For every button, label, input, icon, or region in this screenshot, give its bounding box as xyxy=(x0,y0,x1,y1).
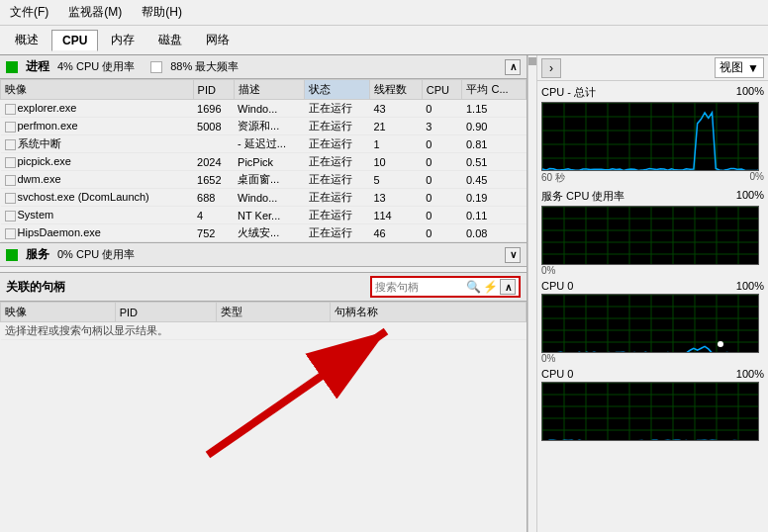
service-indicator xyxy=(6,249,18,261)
cell-threads: 114 xyxy=(369,207,422,224)
cell-threads: 43 xyxy=(369,100,422,118)
tab-bar: 概述 CPU 内存 磁盘 网络 xyxy=(0,26,768,55)
tab-overview[interactable]: 概述 xyxy=(4,28,49,52)
cpu0-label: CPU 0 xyxy=(541,280,573,292)
cell-pid: 2024 xyxy=(193,153,234,171)
table-row[interactable]: picpick.exe 2024 PicPick 正在运行 10 0 0.51 xyxy=(1,153,527,171)
services-title: 服务 xyxy=(26,246,49,263)
cpu0-graph[interactable] xyxy=(541,294,759,353)
cell-image: HipsDaemon.exe xyxy=(1,224,194,242)
services-expand-btn[interactable]: ∨ xyxy=(505,247,521,263)
process-expand-btn[interactable]: ∧ xyxy=(505,59,521,75)
cell-image: svchost.exe (DcomLaunch) xyxy=(1,189,194,207)
cell-pid: 752 xyxy=(193,224,234,242)
tab-disk[interactable]: 磁盘 xyxy=(147,28,193,52)
cpu0b-percent: 100% xyxy=(736,368,764,380)
cell-avg: 1.15 xyxy=(462,100,527,118)
cell-cpu: 0 xyxy=(422,100,462,118)
col-status[interactable]: 状态 xyxy=(305,80,370,100)
cell-status: 正在运行 xyxy=(305,207,370,224)
cell-threads: 5 xyxy=(369,171,422,189)
cell-avg: 0.51 xyxy=(462,153,527,171)
menu-monitor[interactable]: 监视器(M) xyxy=(62,2,128,23)
service-cpu-footer: 0% xyxy=(541,265,764,276)
cell-pid: 688 xyxy=(193,189,234,207)
tab-cpu[interactable]: CPU xyxy=(51,30,98,51)
col-pid[interactable]: PID xyxy=(193,80,234,100)
cell-image: 系统中断 xyxy=(1,135,194,153)
cpu-total-graph[interactable] xyxy=(541,102,759,171)
cell-image: perfmon.exe xyxy=(1,118,194,135)
col-avg[interactable]: 平均 C... xyxy=(462,80,527,100)
cpu0-footer: 0% xyxy=(541,353,764,364)
cell-desc: 桌面窗... xyxy=(234,171,305,189)
cell-desc: 资源和... xyxy=(234,118,305,135)
search-icon[interactable]: 🔍 xyxy=(466,280,481,294)
services-header: 服务 0% CPU 使用率 ∨ xyxy=(0,243,527,267)
table-row[interactable]: explorer.exe 1696 Windo... 正在运行 43 0 1.1… xyxy=(1,100,527,118)
graph-container: CPU - 总计 100% 60 秒 0% 服务 CPU 使用率 100% xyxy=(537,81,768,445)
process-section: 进程 4% CPU 使用率 88% 最大频率 ∧ 映像 PID 描述 状态 xyxy=(0,55,527,243)
cell-threads: 1 xyxy=(369,135,422,153)
cell-cpu: 0 xyxy=(422,224,462,242)
main-container: 进程 4% CPU 使用率 88% 最大频率 ∧ 映像 PID 描述 状态 xyxy=(0,55,768,532)
process-table: 映像 PID 描述 状态 线程数 CPU 平均 C... explor xyxy=(0,79,527,242)
col-cpu[interactable]: CPU xyxy=(422,80,462,100)
cell-pid: 1652 xyxy=(193,171,234,189)
process-title: 进程 xyxy=(26,58,49,75)
view-dropdown[interactable]: 视图 ▼ xyxy=(715,57,764,78)
table-row[interactable]: perfmon.exe 5008 资源和... 正在运行 21 3 0.90 xyxy=(1,118,527,135)
cell-avg: 0.45 xyxy=(462,171,527,189)
service-cpu-graph[interactable] xyxy=(541,206,759,265)
cpu0b-label-row: CPU 0 100% xyxy=(541,368,764,380)
menu-file[interactable]: 文件(F) xyxy=(4,2,54,23)
view-dropdown-arrow: ▼ xyxy=(747,61,759,75)
scroll-up[interactable] xyxy=(528,57,536,65)
view-label: 视图 xyxy=(720,59,743,76)
right-expand-btn[interactable]: › xyxy=(541,58,561,78)
cell-status: 正在运行 xyxy=(305,100,370,118)
cpu0b-graph[interactable] xyxy=(541,382,759,441)
refresh-icon[interactable]: ⚡ xyxy=(483,280,498,294)
table-row[interactable]: HipsDaemon.exe 752 火绒安... 正在运行 46 0 0.08 xyxy=(1,224,527,242)
handle-col-pid[interactable]: PID xyxy=(115,303,216,322)
table-row[interactable]: System 4 NT Ker... 正在运行 114 0 0.11 xyxy=(1,207,527,224)
tab-network[interactable]: 网络 xyxy=(195,28,240,52)
cpu-total-percent: 100% xyxy=(736,85,764,100)
table-row[interactable]: svchost.exe (DcomLaunch) 688 Windo... 正在… xyxy=(1,189,527,207)
col-image[interactable]: 映像 xyxy=(1,80,194,100)
handles-empty-text: 选择进程或搜索句柄以显示结果。 xyxy=(1,322,527,340)
service-cpu-label: 服务 CPU 使用率 xyxy=(541,189,624,204)
cpu0b-label: CPU 0 xyxy=(541,368,573,380)
cell-avg: 0.08 xyxy=(462,224,527,242)
cell-status: 正在运行 xyxy=(305,135,370,153)
tab-memory[interactable]: 内存 xyxy=(100,28,145,52)
cpu0-percent: 100% xyxy=(736,280,764,292)
menu-help[interactable]: 帮助(H) xyxy=(136,2,188,23)
cell-threads: 13 xyxy=(369,189,422,207)
cpu-total-bottom: 0% xyxy=(750,171,764,185)
process-cpu-usage: 4% CPU 使用率 xyxy=(57,59,135,74)
cell-status: 正在运行 xyxy=(305,118,370,135)
handle-col-type[interactable]: 类型 xyxy=(216,303,331,322)
handles-collapse-btn[interactable]: ∧ xyxy=(500,279,516,295)
search-input[interactable] xyxy=(375,281,464,293)
service-cpu-bottom: 0% xyxy=(541,265,555,276)
table-row[interactable]: dwm.exe 1652 桌面窗... 正在运行 5 0 0.45 xyxy=(1,171,527,189)
menu-bar: 文件(F) 监视器(M) 帮助(H) xyxy=(0,0,768,26)
cpu-indicator xyxy=(6,61,18,73)
cell-threads: 46 xyxy=(369,224,422,242)
services-cpu-usage: 0% CPU 使用率 xyxy=(57,247,135,262)
cell-pid: 1696 xyxy=(193,100,234,118)
left-panel: 进程 4% CPU 使用率 88% 最大频率 ∧ 映像 PID 描述 状态 xyxy=(0,55,528,532)
col-threads[interactable]: 线程数 xyxy=(369,80,422,100)
cell-image: System xyxy=(1,207,194,224)
table-row[interactable]: 系统中断 - 延迟过... 正在运行 1 0 0.81 xyxy=(1,135,527,153)
cpu0-bottom: 0% xyxy=(541,353,555,364)
col-desc[interactable]: 描述 xyxy=(234,80,305,100)
search-box: 🔍 ⚡ ∧ xyxy=(370,276,521,298)
service-cpu-percent: 100% xyxy=(736,189,764,204)
handle-col-name[interactable]: 句柄名称 xyxy=(331,303,527,322)
handle-col-image[interactable]: 映像 xyxy=(1,303,116,322)
services-section: 服务 0% CPU 使用率 ∨ xyxy=(0,243,527,273)
